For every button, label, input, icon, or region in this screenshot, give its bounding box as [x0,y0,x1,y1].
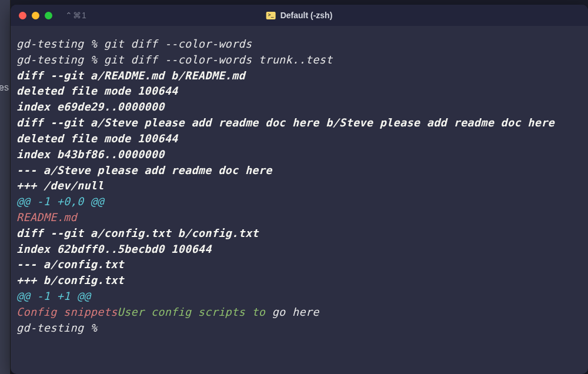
terminal-line: --- a/Steve please add readme doc here [16,163,582,179]
terminal-line: --- a/config.txt [16,257,582,273]
terminal-segment: diff --git a/config.txt b/config.txt [16,227,259,239]
window-title-text: Default (-zsh) [280,11,333,20]
terminal-line: index e69de29..0000000 [16,99,582,115]
terminal-segment: @@ -1 +0,0 @@ [16,195,104,208]
minimize-button[interactable] [32,12,39,19]
terminal-line: deleted file mode 100644 [16,84,582,99]
terminal-segment: index b43bf86..0000000 [16,148,165,161]
window-title: Default (-zsh) [266,11,333,20]
terminal-line: index 62bdff0..5becbd0 100644 [16,242,582,258]
terminal-line: gd-testing % [16,320,582,336]
terminal-window[interactable]: ⌃⌘1 Default (-zsh) gd-testing % git diff… [11,5,588,374]
shortcut-label: ⌃⌘1 [65,11,87,20]
terminal-line: +++ b/config.txt [16,273,582,289]
titlebar[interactable]: ⌃⌘1 Default (-zsh) [11,5,588,26]
terminal-line: gd-testing % git diff --color-words [16,36,582,52]
terminal-line: deleted file mode 100644 [16,131,582,147]
terminal-segment: User config scripts to [118,306,266,318]
terminal-segment: deleted file mode 100644 [16,85,178,97]
terminal-segment: git diff --color-words trunk..test [104,54,333,66]
terminal-line: index b43bf86..0000000 [16,147,582,163]
terminal-segment: --- a/Steve please add readme doc here [16,164,272,176]
terminal-line: diff --git a/README.md b/README.md [16,68,582,84]
terminal-line: diff --git a/config.txt b/config.txt [16,226,582,242]
traffic-lights [19,12,52,19]
terminal-line: Config snippetsUser config scripts to go… [16,305,582,320]
close-button[interactable] [19,12,26,19]
terminal-line: @@ -1 +1 @@ [16,289,582,305]
terminal-segment: --- a/config.txt [16,258,124,271]
terminal-segment: git diff --color-words [104,38,252,50]
terminal-icon [266,12,276,19]
terminal-segment: +++ b/config.txt [16,274,124,286]
terminal-segment: index e69de29..0000000 [16,101,165,113]
maximize-button[interactable] [45,12,52,19]
terminal-segment: gd-testing % [16,38,104,50]
background-partial-text: es [0,82,9,93]
terminal-segment: diff --git a/Steve please add readme doc… [16,116,554,129]
terminal-segment: go here [265,306,319,318]
terminal-body[interactable]: gd-testing % git diff --color-wordsgd-te… [11,26,588,346]
terminal-segment: Config snippets [16,306,118,318]
terminal-segment: index 62bdff0..5becbd0 100644 [16,243,212,255]
terminal-segment: README.md [16,211,77,223]
terminal-segment: +++ /dev/null [16,179,104,192]
terminal-segment: diff --git a/README.md b/README.md [16,69,245,82]
terminal-segment: gd-testing % [16,54,104,66]
terminal-line: +++ /dev/null [16,178,582,194]
terminal-segment: deleted file mode 100644 [16,132,178,145]
terminal-line: README.md [16,210,582,226]
terminal-line: gd-testing % git diff --color-words trun… [16,52,582,68]
terminal-segment: gd-testing % [16,322,104,334]
terminal-line: @@ -1 +0,0 @@ [16,194,582,210]
background-window-edge: es [0,0,11,374]
terminal-line: diff --git a/Steve please add readme doc… [16,115,582,131]
terminal-segment: @@ -1 +1 @@ [16,290,91,302]
